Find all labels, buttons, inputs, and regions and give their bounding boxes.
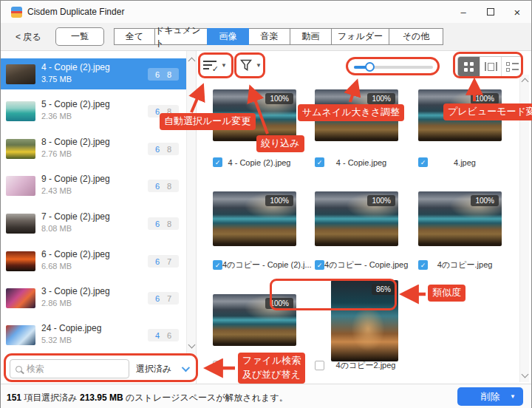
sort-dropdown[interactable]: 選択済み (136, 359, 188, 378)
duplicate-file-name: 4 - Copie.jpeg (324, 158, 398, 167)
tab-all[interactable]: 全て (114, 28, 155, 45)
selected-count: 6 (155, 145, 160, 154)
tab-documents[interactable]: ドキュメント (154, 28, 208, 45)
maximize-icon (487, 8, 494, 16)
filter-button[interactable]: ▼ (240, 59, 262, 72)
total-count: 7 (167, 294, 171, 303)
selected-count: 6 (155, 70, 160, 79)
list-item[interactable]: 4 - Copie (2).jpeg 3.75 MB 68 (1, 58, 186, 89)
checkbox-checked[interactable]: ✓ (315, 157, 324, 167)
similarity-badge: 100% (265, 195, 293, 206)
scroll-up-icon[interactable] (522, 78, 529, 86)
file-thumbnail (6, 288, 35, 308)
file-name: 24 - Copie.jpeg (41, 323, 101, 333)
search-input[interactable] (27, 364, 108, 374)
panel-divider (196, 51, 197, 384)
auto-select-rule-button[interactable]: ✓ ▼ (203, 60, 227, 71)
checkbox-checked[interactable]: ✓ (418, 157, 428, 167)
file-name: 4 - Copie (2).jpeg (41, 62, 110, 72)
chevron-down-icon: ▼ (510, 393, 516, 400)
count-badge: 68 (148, 217, 179, 230)
maximize-button[interactable] (479, 1, 502, 23)
list-item[interactable]: 8 - Copie (2).jpeg 2.76 MB 68 (1, 133, 186, 164)
scroll-down-icon[interactable] (188, 341, 196, 349)
delete-button[interactable]: 削除 ▼ (457, 387, 523, 406)
duplicate-thumbnail[interactable]: 100% (315, 191, 398, 246)
title-bar: Cisdem Duplicate Finder – × (1, 1, 531, 23)
selected-count: 6 (155, 257, 160, 266)
list-item[interactable]: 9 - Copie (2).jpeg 2.43 MB 68 (1, 170, 186, 201)
list-item[interactable]: 24 - Copie.jpeg 5.32 MB 46 (1, 319, 186, 350)
file-name: 5 - Copie (2).jpeg (41, 99, 110, 109)
back-button[interactable]: < 戻る (16, 31, 41, 44)
annotation-label-file-search: ファイル検索 及び並び替え (238, 353, 305, 384)
duplicate-item-label: ✓ 4のコピー - Copie (2).j... (213, 259, 296, 271)
checkbox-checked[interactable]: ✓ (315, 260, 324, 270)
total-count: 8 (167, 145, 171, 154)
tab-music[interactable]: 音楽 (248, 28, 290, 45)
file-size: 5.32 MB (41, 336, 72, 344)
tab-videos[interactable]: 動画 (290, 28, 332, 45)
grid-view-button[interactable] (458, 57, 480, 76)
selected-count: 6 (155, 294, 160, 303)
app-window: Cisdem Duplicate Finder – × < 戻る 一覧 全て ド… (0, 0, 532, 408)
tab-images[interactable]: 画像 (207, 28, 249, 45)
duplicate-file-name: 4のコピー2.jpeg (324, 360, 407, 371)
annotation-label-preview-mode: プレビューモード変更 (443, 103, 532, 120)
duplicate-file-name: 4 - Copie (2).jpeg (222, 158, 296, 167)
file-size: 2.86 MB (41, 299, 72, 307)
status-text: 151 項目選択済み 213.95 MB のストレージスペースが解放されます。 (7, 392, 288, 404)
checkbox-checked[interactable]: ✓ (418, 260, 428, 270)
preview-view-button[interactable] (480, 57, 501, 76)
file-name: 8 - Copie (2).jpeg (41, 137, 110, 147)
list-item[interactable]: 7 - Copie (2).jpeg 8.08 MB 68 (1, 208, 186, 239)
preview-mode-group (457, 56, 523, 77)
list-item[interactable]: 3 - Copie (2).jpeg 2.86 MB 67 (1, 282, 186, 313)
duplicate-item-label: ✓ 4のコピー - Copie.jpeg (315, 259, 398, 271)
main-scrollbar[interactable] (519, 75, 529, 382)
tab-others[interactable]: その他 (389, 28, 443, 45)
top-toolbar: < 戻る 一覧 全て ドキュメント 画像 音楽 動画 フォルダー その他 (1, 23, 531, 51)
file-size: 2.43 MB (41, 186, 72, 195)
list-view-mode-button[interactable] (501, 57, 522, 76)
checkbox-unchecked[interactable] (315, 361, 324, 370)
file-name: 9 - Copie (2).jpeg (41, 174, 110, 184)
duplicate-thumbnail[interactable]: 100% (213, 294, 296, 346)
duplicate-thumbnail[interactable]: 86% (331, 280, 398, 361)
total-count: 8 (167, 70, 171, 79)
selected-count: 151 (7, 392, 21, 403)
status-items-label: 項目選択済み (21, 392, 80, 403)
total-count: 8 (167, 182, 171, 191)
checkbox-unchecked[interactable] (213, 361, 222, 370)
preview-view-icon (485, 62, 497, 71)
checkbox-checked[interactable]: ✓ (213, 260, 222, 270)
file-thumbnail (6, 64, 35, 84)
slider-thumb[interactable] (365, 62, 375, 72)
duplicate-thumbnail[interactable]: 100% (213, 191, 296, 246)
auto-select-rule-icon: ✓ (203, 60, 217, 71)
scroll-down-icon[interactable] (522, 371, 529, 378)
duplicate-file-name: 4のコピー - Copie.jpeg (324, 259, 408, 271)
list-view-button[interactable]: 一覧 (55, 27, 104, 46)
similarity-badge: 100% (367, 93, 395, 104)
checkbox-checked[interactable]: ✓ (213, 157, 222, 167)
list-item[interactable]: 6 - Copie (2).jpeg 6.68 MB 67 (1, 245, 186, 276)
sidebar-scrollbar[interactable] (186, 51, 196, 354)
close-button[interactable]: × (505, 1, 529, 23)
count-badge: 68 (148, 143, 179, 155)
minimize-button[interactable]: – (451, 1, 475, 23)
scroll-up-icon[interactable] (188, 58, 196, 65)
app-icon (11, 7, 22, 18)
funnel-icon (240, 59, 252, 72)
thumbnail-size-slider[interactable] (354, 64, 433, 69)
tab-folders[interactable]: フォルダー (331, 28, 389, 45)
duplicate-file-name: 4のコピー - Copie (2).j... (222, 259, 312, 271)
duplicate-thumbnail[interactable]: 100% (418, 191, 502, 246)
annotation-file-search-line2: 及び並び替え (242, 368, 301, 382)
search-field[interactable] (10, 359, 129, 378)
count-badge: 46 (148, 329, 179, 341)
duplicate-group-list: 4 - Copie (2).jpeg 3.75 MB 68 5 - Copie … (1, 51, 186, 354)
file-size: 8.08 MB (41, 224, 72, 233)
list-item[interactable]: 5 - Copie (2).jpeg 2.36 MB 68 (1, 95, 186, 126)
status-bar: 151 項目選択済み 213.95 MB のストレージスペースが解放されます。 … (1, 384, 531, 408)
